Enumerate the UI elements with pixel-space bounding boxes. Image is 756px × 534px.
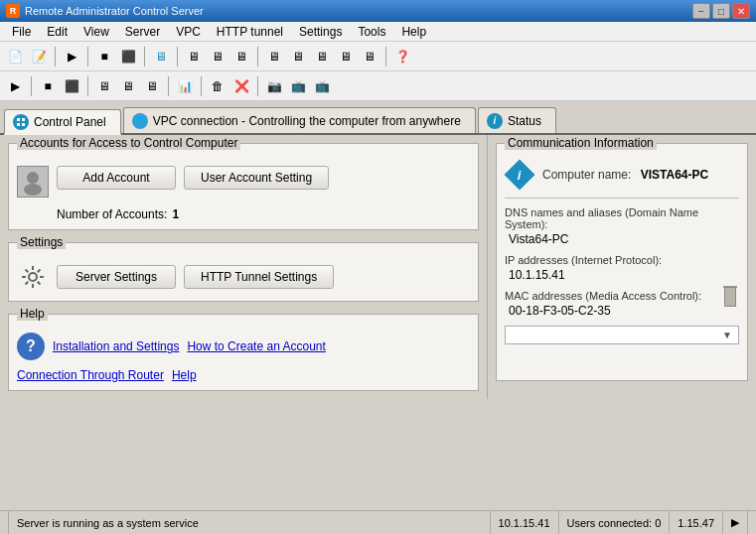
tb2-stop-icon[interactable]: ■ bbox=[37, 75, 59, 97]
account-avatar-icon bbox=[17, 166, 49, 198]
maximize-button[interactable]: □ bbox=[712, 3, 730, 19]
tb-edit-icon[interactable]: 📝 bbox=[28, 46, 50, 67]
help-section: Help ? Installation and Settings How to … bbox=[8, 314, 479, 391]
svg-line-11 bbox=[26, 270, 29, 273]
tb2-delete2-icon[interactable]: ❌ bbox=[230, 75, 252, 97]
help-link-create-account[interactable]: How to Create an Account bbox=[187, 339, 325, 353]
toolbar-1: 📄 📝 ▶ ■ ⬛ 🖥 🖥 🖥 🖥 🖥 🖥 🖥 🖥 🖥 ❓ bbox=[0, 42, 756, 71]
menu-server[interactable]: Server bbox=[117, 23, 168, 41]
menu-tools[interactable]: Tools bbox=[350, 23, 393, 41]
status-version: 1.15.47 bbox=[670, 511, 723, 534]
status-ip: 10.1.15.41 bbox=[491, 511, 559, 534]
communication-info: Communication Information i Computer nam… bbox=[496, 143, 748, 381]
tb2-play-icon[interactable]: ▶ bbox=[4, 75, 26, 97]
svg-line-12 bbox=[38, 282, 41, 285]
comm-section-label: Communication Information bbox=[505, 136, 657, 150]
status-service-text: Server is running as a system service bbox=[8, 511, 491, 534]
toolbar-sep-3 bbox=[144, 47, 145, 67]
help-link-help[interactable]: Help bbox=[172, 368, 197, 382]
tb2-screen-icon[interactable]: 📷 bbox=[263, 75, 285, 97]
menu-edit[interactable]: Edit bbox=[39, 23, 76, 41]
toolbar-sep-6 bbox=[385, 47, 386, 67]
tb2-view1-icon[interactable]: 📊 bbox=[174, 75, 196, 97]
accounts-section-label: Accounts for Access to Control Computer bbox=[17, 136, 240, 150]
num-accounts-row: Number of Accounts: 1 bbox=[57, 207, 329, 221]
menu-vpc[interactable]: VPC bbox=[168, 23, 209, 41]
tb2-stop2-icon[interactable]: ⬛ bbox=[61, 75, 82, 97]
tab-vpc-connection[interactable]: 🌐 VPC connection - Controlling the compu… bbox=[123, 107, 476, 133]
comm-divider bbox=[505, 198, 739, 199]
help-link-router[interactable]: Connection Through Router bbox=[17, 368, 164, 382]
tab-vpc-label: VPC connection - Controlling the compute… bbox=[153, 114, 461, 128]
menu-bar: File Edit View Server VPC HTTP tunnel Se… bbox=[0, 22, 756, 42]
comm-computer-name-value: VISTA64-PC bbox=[641, 168, 708, 182]
account-controls: Add Account User Account Setting Number … bbox=[57, 166, 329, 221]
status-users: Users connected: 0 bbox=[559, 511, 671, 534]
tab-vpc-icon: 🌐 bbox=[132, 113, 148, 129]
toolbar-sep-5 bbox=[257, 47, 258, 67]
num-accounts-label: Number of Accounts: bbox=[57, 207, 167, 221]
comm-ip-label: IP addresses (Internet Protocol): bbox=[505, 254, 723, 266]
tb-play-icon[interactable]: ▶ bbox=[61, 46, 82, 67]
left-panel: Accounts for Access to Control Computer … bbox=[0, 135, 488, 399]
accounts-section: Accounts for Access to Control Computer … bbox=[8, 143, 479, 230]
window-controls: − □ ✕ bbox=[692, 3, 750, 19]
tab-status[interactable]: i Status bbox=[478, 107, 556, 133]
tb-stop2-icon[interactable]: ⬛ bbox=[117, 46, 139, 67]
settings-row: Server Settings HTTP Tunnel Settings bbox=[17, 261, 470, 293]
app-icon: R bbox=[6, 4, 20, 18]
tb2-screen2-icon[interactable]: 📺 bbox=[287, 75, 309, 97]
help-row: ? Installation and Settings How to Creat… bbox=[17, 333, 470, 382]
toolbar2-sep-4 bbox=[201, 76, 202, 96]
scrollbar-thumb bbox=[724, 287, 736, 307]
comm-info-diamond-icon: i bbox=[505, 160, 534, 190]
add-account-button[interactable]: Add Account bbox=[57, 166, 176, 190]
tb2-delete-icon[interactable]: 🗑 bbox=[207, 75, 228, 97]
toolbar-2: ▶ ■ ⬛ 🖥 🖥 🖥 📊 🗑 ❌ 📷 📺 📺 bbox=[0, 71, 756, 101]
status-bar: Server is running as a system service 10… bbox=[0, 510, 756, 534]
tb-multi4-icon[interactable]: 🖥 bbox=[335, 46, 357, 67]
dropdown-arrow-icon: ▼ bbox=[722, 330, 732, 340]
tb-new-icon[interactable]: 📄 bbox=[4, 46, 26, 67]
menu-settings[interactable]: Settings bbox=[291, 23, 350, 41]
tb-help-icon[interactable]: ❓ bbox=[391, 46, 413, 67]
toolbar2-sep-1 bbox=[31, 76, 32, 96]
svg-rect-1 bbox=[22, 118, 25, 121]
server-settings-button[interactable]: Server Settings bbox=[57, 265, 176, 289]
tab-control-panel[interactable]: Control Panel bbox=[4, 109, 121, 135]
tb-conn3-icon[interactable]: 🖥 bbox=[230, 46, 252, 67]
settings-section: Settings bbox=[8, 242, 479, 302]
comm-scrollbar[interactable] bbox=[723, 286, 737, 288]
comm-dns-value: Vista64-PC bbox=[505, 232, 723, 246]
tb-connect-icon[interactable]: 🖥 bbox=[150, 46, 172, 67]
toolbar-sep-2 bbox=[87, 47, 88, 67]
tb2-computer2-icon[interactable]: 🖥 bbox=[117, 75, 139, 97]
tb2-computer-icon[interactable]: 🖥 bbox=[93, 75, 115, 97]
svg-point-4 bbox=[27, 172, 39, 184]
tb-multi1-icon[interactable]: 🖥 bbox=[263, 46, 285, 67]
comm-dropdown[interactable]: ▼ bbox=[505, 326, 739, 344]
tb-multi5-icon[interactable]: 🖥 bbox=[359, 46, 380, 67]
tb-conn2-icon[interactable]: 🖥 bbox=[207, 46, 228, 67]
tb-conn1-icon[interactable]: 🖥 bbox=[183, 46, 205, 67]
help-link-installation[interactable]: Installation and Settings bbox=[53, 339, 179, 353]
user-account-setting-button[interactable]: User Account Setting bbox=[184, 166, 329, 190]
comm-ip-value: 10.1.15.41 bbox=[505, 268, 723, 282]
comm-mac-label: MAC addresses (Media Access Control): bbox=[505, 290, 723, 302]
svg-point-6 bbox=[29, 273, 37, 281]
http-tunnel-settings-button[interactable]: HTTP Tunnel Settings bbox=[184, 265, 334, 289]
minimize-button[interactable]: − bbox=[692, 3, 710, 19]
tb2-computer3-icon[interactable]: 🖥 bbox=[141, 75, 163, 97]
tb-stop-icon[interactable]: ■ bbox=[93, 46, 115, 67]
settings-section-label: Settings bbox=[17, 235, 66, 249]
tb2-screen3-icon[interactable]: 📺 bbox=[311, 75, 333, 97]
menu-view[interactable]: View bbox=[76, 23, 117, 41]
tb-multi2-icon[interactable]: 🖥 bbox=[287, 46, 309, 67]
close-button[interactable]: ✕ bbox=[732, 3, 750, 19]
tb-multi3-icon[interactable]: 🖥 bbox=[311, 46, 333, 67]
menu-http-tunnel[interactable]: HTTP tunnel bbox=[209, 23, 291, 41]
menu-help[interactable]: Help bbox=[393, 23, 434, 41]
main-area: Accounts for Access to Control Computer … bbox=[0, 135, 756, 399]
menu-file[interactable]: File bbox=[4, 23, 39, 41]
svg-rect-2 bbox=[17, 123, 20, 126]
